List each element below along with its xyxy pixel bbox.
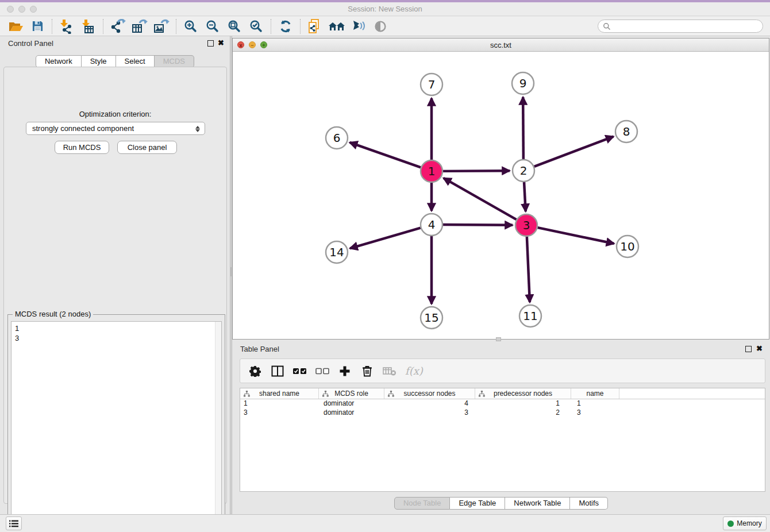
graph-node-9[interactable]: 9 bbox=[512, 72, 534, 94]
export-image-icon[interactable] bbox=[151, 18, 172, 35]
run-mcds-button[interactable]: Run MCDS bbox=[55, 141, 109, 154]
deselect-all-icon[interactable] bbox=[315, 364, 329, 378]
delete-column-icon[interactable] bbox=[360, 364, 374, 378]
graph-edge-3-10[interactable] bbox=[538, 228, 614, 244]
tab-style[interactable]: Style bbox=[82, 55, 116, 68]
table-row[interactable]: 1dominator411 bbox=[240, 399, 765, 408]
export-table-icon[interactable] bbox=[129, 18, 151, 35]
close-table-panel-icon[interactable]: ✖ bbox=[756, 344, 763, 353]
network-window-titlebar[interactable]: x − + scc.txt bbox=[233, 38, 769, 52]
graph-edge-2-3[interactable] bbox=[524, 182, 526, 211]
zoom-out-icon[interactable] bbox=[202, 18, 224, 35]
table-cell[interactable]: 1 bbox=[571, 399, 619, 408]
graph-node-14[interactable]: 14 bbox=[326, 241, 348, 263]
control-panel: Control Panel ✖ NetworkStyleSelectMCDS O… bbox=[0, 36, 230, 514]
table-cell[interactable]: 3 bbox=[571, 408, 619, 418]
task-history-button[interactable] bbox=[6, 516, 22, 530]
float-panel-icon[interactable] bbox=[207, 40, 214, 47]
svg-text:4: 4 bbox=[428, 218, 436, 232]
graph-node-10[interactable]: 10 bbox=[617, 236, 638, 257]
zoom-fit-icon[interactable] bbox=[224, 18, 245, 35]
refresh-view-icon[interactable] bbox=[275, 18, 297, 35]
table-cell[interactable]: dominator bbox=[319, 399, 384, 408]
graph-node-2[interactable]: 2 bbox=[513, 160, 534, 182]
table-cell[interactable]: 1 bbox=[240, 399, 319, 408]
tab-node-table[interactable]: Node Table bbox=[394, 497, 451, 510]
float-table-panel-icon[interactable] bbox=[745, 346, 752, 352]
toolbar-separator bbox=[52, 19, 52, 34]
network-resize-grip[interactable] bbox=[496, 337, 501, 341]
memory-status-icon bbox=[727, 521, 734, 527]
titlebar: Session: New Session bbox=[0, 2, 770, 16]
svg-text:7: 7 bbox=[428, 78, 436, 91]
graph-node-7[interactable]: 7 bbox=[421, 74, 442, 95]
zoom-in-icon[interactable] bbox=[180, 18, 202, 35]
graph-edge-4-14[interactable] bbox=[350, 228, 421, 249]
tab-motifs[interactable]: Motifs bbox=[570, 497, 608, 510]
column-header-successor-nodes[interactable]: successor nodes bbox=[384, 388, 475, 399]
table-cell[interactable]: dominator bbox=[319, 408, 384, 418]
table-row[interactable]: 3dominator323 bbox=[240, 408, 765, 418]
import-table-icon[interactable] bbox=[78, 18, 99, 35]
criterion-select[interactable]: strongly connected component bbox=[26, 122, 205, 135]
close-panel-button[interactable]: Close panel bbox=[117, 141, 177, 154]
graph-node-8[interactable]: 8 bbox=[615, 121, 637, 142]
network-window-title: scc.txt bbox=[233, 38, 769, 52]
graph-edge-4-3[interactable] bbox=[443, 225, 513, 225]
network-graph[interactable]: 7968124314101511 bbox=[233, 52, 769, 339]
import-network-icon[interactable] bbox=[56, 18, 78, 35]
graph-node-11[interactable]: 11 bbox=[519, 305, 541, 327]
graph-node-6[interactable]: 6 bbox=[326, 127, 348, 149]
table-cell[interactable]: 3 bbox=[240, 408, 319, 418]
graph-node-15[interactable]: 15 bbox=[421, 307, 442, 329]
graph-edge-2-9[interactable] bbox=[523, 97, 523, 159]
show-hide-eye-icon[interactable] bbox=[369, 18, 391, 35]
select-all-icon[interactable] bbox=[293, 364, 307, 378]
column-header-predecessor-nodes[interactable]: predecessor nodes bbox=[475, 388, 571, 399]
column-header-MCDS-role[interactable]: MCDS role bbox=[319, 388, 384, 399]
tab-network-table[interactable]: Network Table bbox=[505, 497, 570, 510]
graph-node-3[interactable]: 3 bbox=[515, 214, 537, 236]
svg-text:9: 9 bbox=[519, 76, 527, 90]
memory-button[interactable]: Memory bbox=[723, 516, 767, 530]
tab-network[interactable]: Network bbox=[36, 55, 82, 68]
search-box[interactable] bbox=[598, 20, 763, 33]
table-settings-icon[interactable] bbox=[248, 364, 262, 378]
delete-table-icon[interactable] bbox=[383, 364, 396, 378]
toggle-panel-icon[interactable] bbox=[271, 364, 284, 378]
zoom-selected-icon[interactable] bbox=[245, 18, 267, 35]
tab-mcds[interactable]: MCDS bbox=[155, 55, 194, 68]
table-cell[interactable]: 3 bbox=[384, 408, 475, 418]
graph-edge-3-11[interactable] bbox=[527, 237, 530, 302]
svg-text:3: 3 bbox=[523, 218, 530, 232]
function-builder-icon[interactable]: f(x) bbox=[405, 364, 423, 378]
tab-edge-table[interactable]: Edge Table bbox=[450, 497, 505, 510]
close-panel-icon[interactable]: ✖ bbox=[218, 38, 224, 48]
graph-edge-3-1[interactable] bbox=[444, 178, 517, 219]
column-header-name[interactable]: name bbox=[571, 388, 619, 399]
show-graphics-details-icon[interactable] bbox=[348, 18, 369, 35]
add-column-icon[interactable] bbox=[338, 364, 352, 378]
graph-edge-2-8[interactable] bbox=[534, 137, 614, 167]
export-network-icon[interactable] bbox=[107, 18, 129, 35]
table-cell[interactable]: 4 bbox=[384, 399, 475, 408]
tab-select[interactable]: Select bbox=[116, 55, 155, 68]
svg-text:6: 6 bbox=[333, 131, 341, 145]
search-input[interactable] bbox=[611, 21, 763, 32]
table-cell[interactable]: 2 bbox=[475, 408, 571, 418]
session-title: Session: New Session bbox=[0, 2, 770, 16]
result-scrollbar[interactable] bbox=[215, 322, 221, 527]
clone-network-icon[interactable] bbox=[304, 18, 326, 35]
open-session-icon[interactable] bbox=[5, 18, 26, 35]
graph-edge-1-6[interactable] bbox=[350, 142, 421, 167]
save-session-icon[interactable] bbox=[26, 18, 48, 35]
table-cell[interactable]: 1 bbox=[475, 399, 571, 408]
graph-node-4[interactable]: 4 bbox=[421, 214, 442, 236]
graph-edge-1-2[interactable] bbox=[443, 171, 510, 171]
table-toolbar: f(x) bbox=[240, 358, 765, 383]
table-panel: Table Panel ✖ bbox=[232, 342, 770, 514]
first-neighbors-icon[interactable] bbox=[326, 18, 348, 35]
column-header-shared-name[interactable]: shared name bbox=[240, 388, 319, 399]
graph-node-1[interactable]: 1 bbox=[421, 160, 442, 182]
mcds-result-area[interactable]: 1 3 bbox=[11, 321, 222, 528]
